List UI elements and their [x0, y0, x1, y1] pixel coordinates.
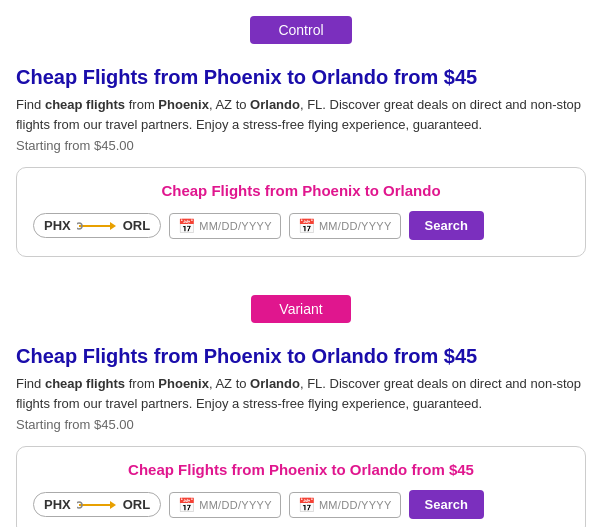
control-badge-row: Control — [16, 16, 586, 56]
control-description: Find cheap flights from Phoenix, AZ to O… — [16, 95, 586, 134]
control-route-arrow — [77, 219, 117, 233]
variant-date-placeholder-1: MM/DD/YYYY — [199, 499, 272, 511]
variant-destination: ORL — [123, 497, 150, 512]
control-calendar-icon-1: 📅 — [178, 218, 195, 234]
control-section: Control Cheap Flights from Phoenix to Or… — [16, 16, 586, 257]
control-search-button[interactable]: Search — [409, 211, 484, 240]
variant-search-card: Cheap Flights from Phoenix to Orlando fr… — [16, 446, 586, 527]
variant-calendar-icon-2: 📅 — [298, 497, 315, 513]
control-origin: PHX — [44, 218, 71, 233]
variant-search-row: PHX ORL 📅 MM/DD/YYYY 📅 MM/DD/YYYY S — [33, 490, 569, 519]
variant-description: Find cheap flights from Phoenix, AZ to O… — [16, 374, 586, 413]
variant-badge-row: Variant — [16, 295, 586, 335]
svg-marker-1 — [110, 222, 116, 230]
variant-calendar-icon-1: 📅 — [178, 497, 195, 513]
control-depart-date[interactable]: 📅 MM/DD/YYYY — [169, 213, 281, 239]
control-destination: ORL — [123, 218, 150, 233]
control-search-row: PHX ORL 📅 MM/DD/YYYY 📅 MM/DD/YYYY S — [33, 211, 569, 240]
control-date-placeholder-1: MM/DD/YYYY — [199, 220, 272, 232]
control-desc-bold2: Phoenix — [158, 97, 209, 112]
control-date-placeholder-2: MM/DD/YYYY — [319, 220, 392, 232]
control-search-card: Cheap Flights from Phoenix to Orlando PH… — [16, 167, 586, 257]
variant-desc-bold3: Orlando — [250, 376, 300, 391]
control-desc-bold1: cheap flights — [45, 97, 125, 112]
control-badge: Control — [250, 16, 351, 44]
variant-return-date[interactable]: 📅 MM/DD/YYYY — [289, 492, 401, 518]
variant-route-box: PHX ORL — [33, 492, 161, 517]
divider — [16, 275, 586, 295]
control-card-title: Cheap Flights from Phoenix to Orlando — [33, 182, 569, 199]
variant-depart-date[interactable]: 📅 MM/DD/YYYY — [169, 492, 281, 518]
control-page-title: Cheap Flights from Phoenix to Orlando fr… — [16, 66, 586, 89]
variant-origin: PHX — [44, 497, 71, 512]
control-return-date[interactable]: 📅 MM/DD/YYYY — [289, 213, 401, 239]
control-desc-bold3: Orlando — [250, 97, 300, 112]
variant-section: Variant Cheap Flights from Phoenix to Or… — [16, 295, 586, 527]
variant-date-placeholder-2: MM/DD/YYYY — [319, 499, 392, 511]
variant-badge: Variant — [251, 295, 350, 323]
variant-desc-bold1: cheap flights — [45, 376, 125, 391]
control-route-box: PHX ORL — [33, 213, 161, 238]
variant-desc-bold2: Phoenix — [158, 376, 209, 391]
variant-arrow-icon — [77, 498, 117, 512]
variant-card-title: Cheap Flights from Phoenix to Orlando fr… — [33, 461, 569, 478]
variant-page-title: Cheap Flights from Phoenix to Orlando fr… — [16, 345, 586, 368]
control-starting-price: Starting from $45.00 — [16, 138, 586, 153]
control-arrow-icon — [77, 219, 117, 233]
variant-route-arrow — [77, 498, 117, 512]
variant-starting-price: Starting from $45.00 — [16, 417, 586, 432]
svg-marker-4 — [110, 501, 116, 509]
control-calendar-icon-2: 📅 — [298, 218, 315, 234]
variant-search-button[interactable]: Search — [409, 490, 484, 519]
